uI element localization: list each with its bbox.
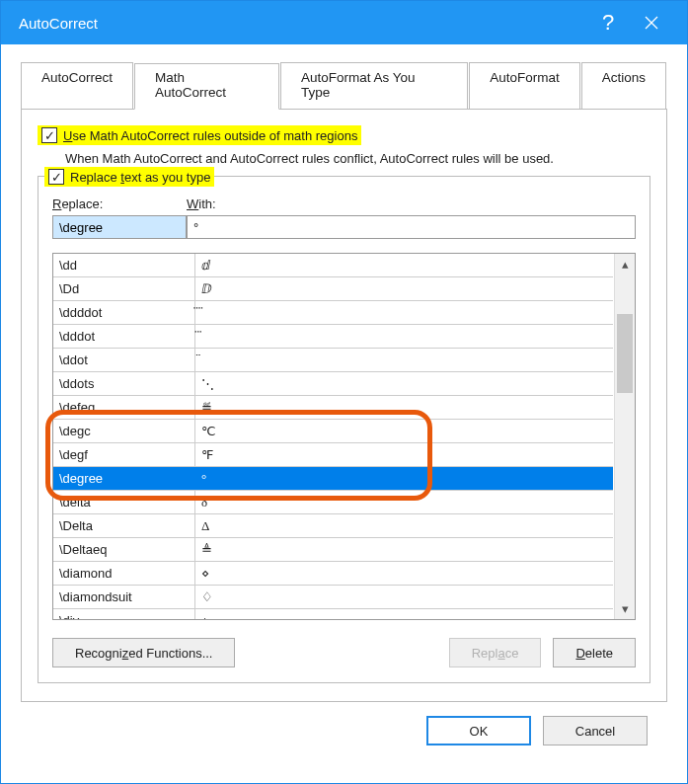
window-title: AutoCorrect [19,15,586,32]
table-row[interactable]: \DeltaΔ [53,514,613,538]
autocorrect-dialog: AutoCorrect ? AutoCorrect Math AutoCorre… [0,0,688,784]
entry-with: ⋄ [195,566,613,582]
table-row[interactable]: \defeq≝ [53,396,613,420]
scrollbar[interactable]: ▴ ▾ [614,254,635,619]
replace-button: Replace [449,638,542,667]
entry-with: ≝ [195,400,613,416]
entry-replace: \degree [53,467,195,490]
entry-replace: \ddots [53,372,195,395]
tab-actions[interactable]: Actions [581,62,666,109]
entries-listbox[interactable]: \ddⅆ\Ddⅅ\ddddot⃜\dddot⃛\ddoẗ\ddots⋱\def… [52,253,636,620]
tab-panel: Use Math AutoCorrect rules outside of ma… [21,110,667,702]
table-row[interactable]: \ddots⋱ [53,372,613,396]
entry-with: ÷ [195,613,613,620]
tab-autoformat-as-you-type[interactable]: AutoFormat As You Type [280,62,468,109]
entry-replace: \defeq [53,396,195,419]
table-row[interactable]: \Deltaeq≜ [53,538,613,562]
entry-with: ⋱ [195,376,613,392]
entry-with: ℉ [195,447,613,463]
table-row[interactable]: \degree° [53,467,613,491]
table-row[interactable]: \ddoẗ [53,349,613,372]
scroll-up-icon[interactable]: ▴ [615,254,635,274]
with-input[interactable] [187,215,636,239]
replace-as-you-type-checkbox[interactable] [48,169,64,185]
use-outside-math-label: Use Math AutoCorrect rules outside of ma… [63,128,357,143]
replace-group: Replace text as you type Replace: With: … [38,176,650,683]
use-outside-math-row: Use Math AutoCorrect rules outside of ma… [38,125,650,145]
entry-replace: \diamondsuit [53,586,195,608]
entry-with: ̈ [195,353,613,368]
entry-with: ⃜ [195,305,613,321]
use-outside-math-checkbox[interactable] [41,127,57,143]
close-button[interactable] [630,1,673,44]
entry-replace: \Dd [53,277,195,300]
entry-with: ≜ [195,542,613,558]
tab-strip: AutoCorrect Math AutoCorrect AutoFormat … [21,62,667,110]
table-row[interactable]: \degc℃ [53,420,613,443]
cancel-button[interactable]: Cancel [543,716,648,745]
entry-with: δ [195,495,613,510]
tab-autocorrect[interactable]: AutoCorrect [21,62,133,109]
scroll-thumb[interactable] [617,314,633,393]
table-row[interactable]: \diamondsuit♢ [53,586,613,609]
entry-replace: \div [53,609,195,619]
entry-replace: \degc [53,420,195,442]
entry-with: ⃛ [195,329,613,345]
table-row[interactable]: \diamond⋄ [53,562,613,586]
dialog-body: AutoCorrect Math AutoCorrect AutoFormat … [1,44,687,783]
entry-replace: \diamond [53,562,195,585]
replace-as-you-type-label: Replace text as you type [70,170,210,185]
entry-replace: \ddddot [53,301,195,324]
entry-replace: \degf [53,443,195,466]
with-label: With: [187,196,216,211]
table-row[interactable]: \ddⅆ [53,254,613,277]
entry-with: ⅆ [195,258,613,274]
tab-autoformat[interactable]: AutoFormat [469,62,580,109]
table-row[interactable]: \dddot⃛ [53,325,613,349]
delete-button[interactable]: Delete [553,638,636,667]
table-row[interactable]: \deltaδ [53,491,613,514]
entry-replace: \dddot [53,325,195,348]
entry-with: ♢ [195,589,613,605]
tab-math-autocorrect[interactable]: Math AutoCorrect [134,63,279,110]
dialog-buttons: OK Cancel [21,702,667,763]
entry-with: ⅅ [195,281,613,297]
entry-with: Δ [195,518,613,534]
scroll-down-icon[interactable]: ▾ [615,598,635,619]
titlebar: AutoCorrect ? [1,1,687,44]
entry-replace: \Deltaeq [53,538,195,561]
entry-with: ° [195,471,613,487]
table-row[interactable]: \Ddⅅ [53,277,613,301]
help-button[interactable]: ? [586,1,630,44]
replace-label: Replace: [52,196,187,211]
entry-with: ℃ [195,424,613,439]
table-row[interactable]: \div÷ [53,609,613,619]
replace-input[interactable] [52,215,187,239]
table-row[interactable]: \ddddot⃜ [53,301,613,325]
entry-replace: \dd [53,254,195,276]
entry-replace: \delta [53,491,195,513]
entry-replace: \ddot [53,349,195,371]
recognized-functions-button[interactable]: Recognized Functions... [52,638,235,667]
ok-button[interactable]: OK [426,716,531,745]
table-row[interactable]: \degf℉ [53,443,613,467]
entry-replace: \Delta [53,514,195,537]
conflict-note: When Math AutoCorrect and AutoCorrect ru… [65,151,650,166]
